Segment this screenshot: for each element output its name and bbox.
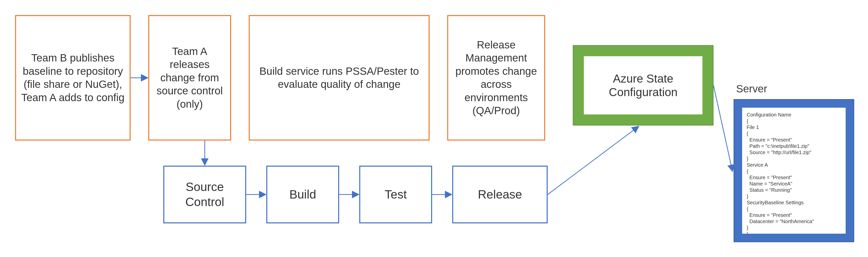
box-release-text: Release xyxy=(478,187,522,202)
box-team-b-text: Team B publishes baseline to repository … xyxy=(21,52,125,104)
box-team-b: Team B publishes baseline to repository … xyxy=(15,15,131,140)
box-team-a-text: Team A releases change from source contr… xyxy=(154,45,225,111)
box-build-service: Build service runs PSSA/Pester to evalua… xyxy=(249,15,430,140)
box-source-control-text: Source Control xyxy=(169,180,240,210)
box-test: Test xyxy=(359,166,432,223)
box-build: Build xyxy=(266,166,339,223)
box-build-service-text: Build service runs PSSA/Pester to evalua… xyxy=(255,65,424,91)
arrow-azure-server xyxy=(713,85,732,171)
box-azure-state-inner: Azure State Configuration xyxy=(584,56,703,115)
box-build-text: Build xyxy=(289,187,316,202)
box-test-text: Test xyxy=(384,187,407,202)
box-azure-state: Azure State Configuration xyxy=(573,45,713,126)
diagram-canvas: Team B publishes baseline to repository … xyxy=(0,0,868,257)
box-source-control: Source Control xyxy=(163,166,246,223)
box-release-mgmt: Release Management promotes change acros… xyxy=(447,15,545,140)
box-azure-state-text: Azure State Configuration xyxy=(591,72,695,99)
server-label: Server xyxy=(736,83,767,95)
arrow-release-azure xyxy=(548,127,638,194)
box-server: Configuration Name { File 1 { Ensure = "… xyxy=(734,99,854,242)
box-release: Release xyxy=(452,166,548,223)
server-config-text: Configuration Name { File 1 { Ensure = "… xyxy=(742,108,846,234)
box-team-a: Team A releases change from source contr… xyxy=(148,15,231,140)
box-release-mgmt-text: Release Management promotes change acros… xyxy=(453,38,539,118)
